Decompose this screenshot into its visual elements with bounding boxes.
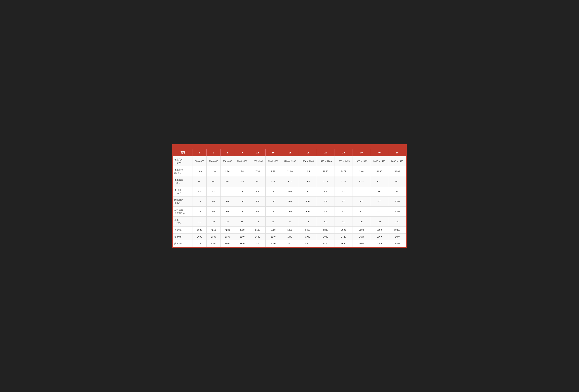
cell-r0-c9: 1500 × 1495 — [335, 156, 353, 166]
header-col-30: 30 — [353, 149, 370, 156]
table-container: 项目12357.51013152025304050 板层尺寸 （D×W）600×… — [172, 144, 407, 248]
cell-r9-c4: 2400 — [250, 240, 265, 247]
cell-r8-c3: 1640 — [234, 233, 250, 240]
cell-r8-c9: 2420 — [335, 233, 353, 240]
header-col-40: 40 — [370, 149, 388, 156]
table-row: 原料药最 大装料(kg)2040601001502002603004005006… — [173, 207, 406, 217]
header-col-3: 3 — [220, 149, 234, 156]
cell-r2-c4: 7+1 — [250, 176, 265, 186]
cell-r7-c5: 5500 — [265, 227, 281, 234]
row-label-7: 长(mm) — [173, 227, 193, 234]
cell-r4-c0: 20 — [193, 197, 207, 207]
specs-table: 项目12357.51013152025304050 板层尺寸 （D×W）600×… — [173, 145, 406, 247]
cell-r6-c11: 198 — [370, 217, 388, 227]
cell-r9-c8: 4400 — [317, 240, 335, 247]
cell-r4-c9: 500 — [335, 197, 353, 207]
cell-r5-c2: 60 — [220, 207, 234, 217]
cell-r0-c3: 1200 ×900 — [234, 156, 250, 166]
row-label-6: 功率 （kW） — [173, 217, 193, 227]
header-col-2: 2 — [207, 149, 220, 156]
header-label: 项目 — [173, 149, 193, 156]
cell-r9-c2: 3400 — [220, 240, 234, 247]
cell-r7-c2: 4280 — [220, 227, 234, 234]
cell-r0-c6: 1200 × 1200 — [281, 156, 299, 166]
cell-r7-c7: 5400 — [299, 227, 317, 234]
cell-r1-c8: 19.73 — [317, 166, 335, 176]
cell-r6-c3: 38 — [234, 217, 250, 227]
cell-r2-c2: 6+1 — [220, 176, 234, 186]
cell-r7-c9: 7000 — [335, 227, 353, 234]
cell-r9-c3: 3300 — [234, 240, 250, 247]
cell-r9-c12: 4900 — [388, 240, 406, 247]
cell-r4-c10: 600 — [353, 197, 370, 207]
cell-r8-c10: 2420 — [353, 233, 370, 240]
cell-r2-c6: 9+1 — [281, 176, 299, 186]
cell-r4-c11: 800 — [370, 197, 388, 207]
cell-r3-c2: 100 — [220, 186, 234, 197]
table-row: 板层尺寸 （D×W）600× 450900× 600900× 6001200 ×… — [173, 156, 406, 166]
cell-r2-c5: 9+1 — [265, 176, 281, 186]
cell-r6-c0: 11 — [193, 217, 207, 227]
row-label-3: 板间距 （mm） — [173, 186, 193, 197]
cell-r5-c0: 20 — [193, 207, 207, 217]
cell-r5-c9: 500 — [335, 207, 353, 217]
header-col-5: 5 — [234, 149, 250, 156]
cell-r6-c8: 102 — [317, 217, 335, 227]
cell-r3-c11: 90 — [370, 186, 388, 197]
cell-r8-c4: 1640 — [250, 233, 265, 240]
cell-r6-c9: 122 — [335, 217, 353, 227]
cell-r8-c1: 1330 — [207, 233, 220, 240]
cell-r7-c3: 4880 — [234, 227, 250, 234]
cell-r1-c1: 2.16 — [207, 166, 220, 176]
header-col-13: 13 — [281, 149, 299, 156]
cell-r2-c9: 11+1 — [335, 176, 353, 186]
table-title — [173, 145, 406, 149]
cell-r4-c8: 400 — [317, 197, 335, 207]
cell-r8-c6: 1940 — [281, 233, 299, 240]
cell-r4-c12: 1000 — [388, 197, 406, 207]
cell-r3-c10: 100 — [353, 186, 370, 197]
cell-r4-c3: 100 — [234, 197, 250, 207]
cell-r4-c5: 200 — [265, 197, 281, 207]
cell-r0-c1: 900× 600 — [207, 156, 220, 166]
cell-r0-c4: 1200 ×900 — [250, 156, 265, 166]
cell-r6-c7: 78 — [299, 217, 317, 227]
cell-r8-c7: 1940 — [299, 233, 317, 240]
cell-r6-c2: 26 — [220, 217, 234, 227]
header-row: 项目12357.51013152025304050 — [173, 149, 406, 156]
cell-r8-c8: 1980 — [317, 233, 335, 240]
cell-r7-c8: 6800 — [317, 227, 335, 234]
cell-r7-c12: 10300 — [388, 227, 406, 234]
cell-r7-c6: 5400 — [281, 227, 299, 234]
row-label-4: 满载捕冰 量(kg) — [173, 197, 193, 207]
cell-r4-c4: 150 — [250, 197, 265, 207]
cell-r6-c12: 230 — [388, 217, 406, 227]
cell-r5-c4: 150 — [250, 207, 265, 217]
cell-r9-c0: 2700 — [193, 240, 207, 247]
cell-r5-c6: 260 — [281, 207, 299, 217]
table-row: 板层有效 面积(㎡)1.082.163.245.47.569.7212.9614… — [173, 166, 406, 176]
cell-r0-c2: 900× 600 — [220, 156, 234, 166]
cell-r9-c7: 4000 — [299, 240, 317, 247]
cell-r3-c4: 100 — [250, 186, 265, 197]
cell-r7-c10: 7500 — [353, 227, 370, 234]
cell-r7-c11: 9200 — [370, 227, 388, 234]
cell-r0-c10: 1800 × 1495 — [353, 156, 370, 166]
cell-r7-c4: 5100 — [250, 227, 265, 234]
cell-r1-c0: 1.08 — [193, 166, 207, 176]
header-col-7.5: 7.5 — [250, 149, 265, 156]
cell-r6-c5: 59 — [265, 217, 281, 227]
table-row: 宽(mm)10001330133016401640164019401940198… — [173, 233, 406, 240]
row-label-5: 原料药最 大装料(kg) — [173, 207, 193, 217]
cell-r3-c9: 100 — [335, 186, 353, 197]
cell-r9-c10: 4600 — [353, 240, 370, 247]
table-row: 板间距 （mm）10010010010010010010090100100100… — [173, 186, 406, 197]
row-label-1: 板层有效 面积(㎡) — [173, 166, 193, 176]
cell-r3-c8: 100 — [317, 186, 335, 197]
cell-r2-c8: 11+1 — [317, 176, 335, 186]
cell-r2-c12: 17+1 — [388, 176, 406, 186]
header-col-1: 1 — [193, 149, 207, 156]
cell-r5-c7: 300 — [299, 207, 317, 217]
cell-r9-c9: 4600 — [335, 240, 353, 247]
table-row: 长(mm)30004250428048805100550054005400680… — [173, 227, 406, 234]
